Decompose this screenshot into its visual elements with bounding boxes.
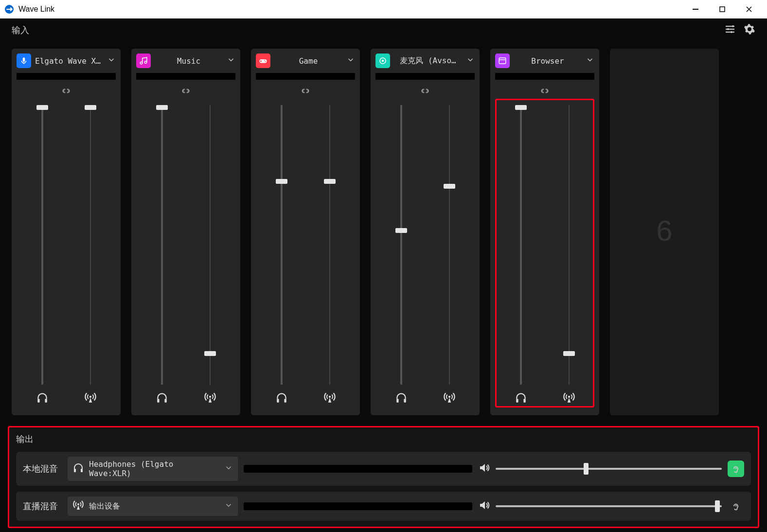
svg-rect-6	[37, 399, 39, 403]
stream-volume-slider[interactable]	[329, 105, 330, 385]
output-volume-slider[interactable]	[496, 468, 722, 470]
output-level-meter	[244, 502, 472, 510]
maximize-button[interactable]	[709, 0, 735, 18]
monitor-toggle[interactable]	[728, 498, 744, 514]
channel-name[interactable]: 麦克风 (Avso…	[394, 56, 462, 66]
chevron-down-icon	[224, 463, 233, 474]
chevron-down-icon[interactable]	[586, 55, 594, 66]
svg-rect-22	[396, 399, 398, 403]
output-volume-slider[interactable]	[496, 505, 722, 507]
svg-rect-18	[284, 399, 286, 403]
svg-rect-17	[277, 399, 279, 403]
output-level-meter	[244, 465, 472, 473]
headphones-icon[interactable]	[395, 391, 408, 406]
device-name: 输出设备	[89, 501, 219, 512]
svg-rect-25	[499, 58, 506, 64]
channel-strip: Browser	[490, 49, 599, 415]
stream-volume-slider[interactable]	[90, 105, 91, 385]
svg-rect-23	[404, 399, 406, 403]
channel-strip: Game	[251, 49, 360, 415]
stream-volume-slider[interactable]	[569, 105, 570, 385]
gear-icon[interactable]	[744, 23, 755, 37]
link-channels-icon[interactable]	[17, 88, 116, 96]
svg-rect-30	[81, 469, 83, 472]
svg-rect-27	[523, 399, 525, 403]
device-name: Headphones (Elgato Wave:XLR)	[89, 460, 219, 478]
minimize-button[interactable]	[682, 0, 709, 18]
link-channels-icon[interactable]	[256, 88, 355, 96]
headphones-icon[interactable]	[156, 391, 168, 406]
level-meter	[136, 73, 235, 80]
svg-rect-29	[74, 469, 76, 472]
device-select[interactable]: 输出设备	[68, 497, 238, 516]
channel-name[interactable]: Music	[155, 56, 223, 66]
device-select[interactable]: Headphones (Elgato Wave:XLR)	[68, 457, 238, 481]
svg-point-28	[568, 396, 570, 398]
app-logo-icon	[5, 5, 14, 14]
svg-point-15	[264, 60, 265, 61]
broadcast-icon[interactable]	[84, 391, 97, 406]
monitor-volume-slider[interactable]	[161, 105, 163, 385]
broadcast-icon[interactable]	[563, 391, 575, 406]
monitor-volume-slider[interactable]	[41, 105, 43, 385]
speaker-icon[interactable]	[478, 462, 490, 476]
channel-strip: 麦克风 (Avso…	[371, 49, 480, 415]
headphones-icon[interactable]	[275, 391, 288, 406]
browser-icon[interactable]	[495, 53, 510, 68]
broadcast-icon[interactable]	[323, 391, 336, 406]
svg-rect-0	[693, 9, 698, 10]
level-meter	[256, 73, 355, 80]
slot-number: 6	[656, 214, 672, 248]
speaker-icon[interactable]	[478, 499, 490, 513]
monitor-volume-slider[interactable]	[400, 105, 402, 385]
chevron-down-icon[interactable]	[227, 55, 235, 66]
broadcast-icon[interactable]	[204, 391, 216, 406]
input-header: 输入	[0, 18, 767, 42]
svg-point-31	[77, 503, 79, 505]
gamepad-icon[interactable]	[256, 53, 270, 68]
svg-rect-26	[516, 399, 518, 403]
link-channels-icon[interactable]	[375, 88, 475, 96]
monitor-toggle[interactable]	[728, 461, 744, 477]
filters-icon[interactable]	[724, 23, 736, 37]
broadcast-icon	[72, 499, 84, 513]
music-icon[interactable]	[136, 53, 151, 68]
chevron-down-icon[interactable]	[107, 55, 116, 66]
broadcast-icon[interactable]	[443, 391, 456, 406]
svg-point-16	[265, 61, 266, 62]
channel-name[interactable]: Elgato Wave XLR	[35, 56, 103, 66]
link-channels-icon[interactable]	[495, 88, 594, 96]
chevron-down-icon[interactable]	[466, 55, 475, 66]
svg-point-2	[732, 25, 734, 27]
svg-rect-5	[23, 57, 25, 62]
monitor-volume-slider[interactable]	[520, 105, 522, 385]
svg-point-4	[731, 31, 732, 33]
close-button[interactable]	[735, 0, 762, 18]
record-icon[interactable]	[375, 53, 390, 68]
mix-label: 直播混音	[23, 500, 62, 512]
channel-name[interactable]: Browser	[514, 56, 582, 66]
channel-strip: Elgato Wave XLR	[12, 49, 121, 415]
svg-rect-14	[260, 61, 262, 62]
svg-rect-9	[157, 399, 159, 403]
svg-rect-10	[164, 399, 166, 403]
channel-name[interactable]: Game	[274, 56, 342, 66]
svg-point-19	[328, 396, 330, 398]
output-title: 输出	[16, 433, 751, 445]
monitor-volume-slider[interactable]	[281, 105, 283, 385]
svg-point-11	[209, 396, 211, 398]
headphones-icon[interactable]	[36, 391, 49, 406]
input-label: 输入	[12, 24, 29, 36]
stream-volume-slider[interactable]	[210, 105, 211, 385]
add-channel-slot[interactable]: 6	[610, 49, 719, 415]
svg-point-8	[89, 396, 91, 398]
channel-strip: Music	[131, 49, 240, 415]
mic-icon[interactable]	[17, 53, 31, 68]
chevron-down-icon[interactable]	[346, 55, 355, 66]
level-meter	[17, 73, 116, 80]
svg-point-3	[727, 28, 729, 30]
link-channels-icon[interactable]	[136, 88, 235, 96]
svg-point-24	[448, 396, 450, 398]
headphones-icon[interactable]	[515, 391, 527, 406]
stream-volume-slider[interactable]	[449, 105, 450, 385]
